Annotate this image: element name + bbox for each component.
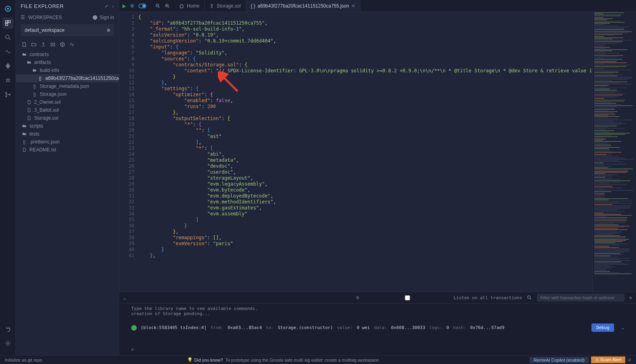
workspaces-row: ☰ WORKSPACES Sign in [16,12,119,23]
copilot-badge[interactable]: RemixAI Copilot (enabled) [529,357,588,363]
top-bar: ▶ ⚙ Home Storage.sol { } a69b43f277ba20f… [119,0,636,12]
compile-icon[interactable] [2,46,14,57]
svg-point-16 [7,343,9,345]
tree-item[interactable]: build-info [16,66,119,74]
link-icon[interactable] [69,42,75,47]
debug-button[interactable]: Debug [591,323,614,332]
terminal-collapse-icon[interactable]: ⌄ [123,295,126,300]
search-terminal-icon[interactable] [527,295,532,300]
tree-item[interactable]: Storage.sol [16,114,119,122]
toggle-icon[interactable] [138,4,146,8]
svg-line-6 [9,38,10,40]
deploy-icon[interactable] [2,60,14,72]
check-icon[interactable]: ✓ [105,3,109,9]
braces-icon: { } [251,3,255,9]
bulb-icon: 💡 [187,357,193,362]
cube-icon[interactable] [60,42,65,47]
github-icon [92,15,98,20]
tree-item[interactable]: contracts [16,50,119,58]
run-icon[interactable]: ▶ [122,3,126,9]
editor[interactable]: 1234567891011121314151617181920212223242… [119,12,636,292]
new-file-icon[interactable] [21,42,27,47]
folder-open-icon [32,68,37,73]
minimap[interactable] [592,12,636,292]
svg-point-14 [6,96,7,97]
svg-point-5 [6,35,9,39]
tree-item[interactable]: tests [16,130,119,138]
svg-point-7 [7,79,9,81]
transaction-row[interactable]: [block:5583405 txIndex:4] from: 0xa03...… [131,321,624,334]
tab-active-json[interactable]: { } a69b43f277ba20fcac141151250ca755.jso… [246,0,361,12]
file-tree: contractsartifactsbuild-info{}a69b43f277… [16,49,119,155]
settings-icon[interactable] [2,338,14,349]
hamburger-icon[interactable]: ☰ [21,15,25,20]
scam-close-icon[interactable]: ⊘ [628,357,631,362]
tab-storage[interactable]: Storage.sol [205,0,246,12]
file-icon [26,100,32,105]
svg-line-31 [530,298,531,300]
folder-icon [21,124,27,128]
terminal-body[interactable]: Type the library name to see available c… [119,304,636,344]
sidebar: FILE EXPLORER ✓ › ☰ WORKSPACES Sign in d… [16,0,119,355]
line-gutter: 1234567891011121314151617181920212223242… [119,12,138,292]
chevron-right-icon[interactable]: › [112,3,114,9]
braces-icon: {} [37,76,43,81]
tree-item[interactable]: {}Storage.json [16,90,119,98]
svg-point-13 [6,92,7,93]
logo-icon[interactable] [2,3,14,14]
tree-item[interactable]: {}.prettierrc.json [16,138,119,146]
upload-folder-icon[interactable] [50,42,56,47]
tip-text: To prototype using the Gnosis safe multi… [225,358,380,362]
icon-rail [0,0,16,355]
svg-line-29 [168,6,169,8]
terminal-prompt[interactable]: > [119,344,636,355]
debug-icon[interactable] [2,75,14,86]
tree-item[interactable]: {}a69b43f277ba20fcac141151250ca7... [16,74,119,82]
folder-icon [26,60,32,65]
zoom-out-icon[interactable] [155,3,161,9]
scam-badge[interactable]: ⚠ Scam Alert [591,356,625,363]
sidebar-header: FILE EXPLORER ✓ › [16,0,119,12]
filter-input[interactable] [537,294,624,302]
file-explorer-icon[interactable] [2,17,14,29]
expand-icon[interactable]: ⌄ [621,325,624,330]
svg-line-12 [9,81,10,82]
terminal-line: Type the library name to see available c… [131,306,624,311]
zoom-in-icon[interactable] [165,3,170,9]
file-icon [26,116,32,120]
search-icon[interactable] [2,32,14,43]
git-init[interactable]: Initialize as git repo [5,358,42,362]
success-icon [131,325,137,331]
braces-icon: {} [32,92,37,97]
file-icon [21,147,27,152]
terminal-line: creation of Storage pending... [131,311,624,316]
workspace-select[interactable]: default_workspace [21,24,114,36]
tree-item[interactable]: {}Storage_metadata.json [16,82,119,90]
git-icon[interactable] [2,89,14,100]
braces-icon: {} [32,84,37,89]
signin-link[interactable]: Sign in [92,15,114,20]
svg-line-25 [159,6,160,8]
tree-item[interactable]: artifacts [16,58,119,66]
tree-item[interactable]: 2_Owner.sol [16,98,119,106]
plugin-icon[interactable] [2,323,14,335]
new-folder-icon[interactable] [31,42,37,47]
clear-icon[interactable]: ⊘ [629,295,632,300]
tree-item[interactable]: 3_Ballot.sol [16,106,119,114]
footer: Initialize as git repo 💡 Did you know? T… [0,355,636,364]
tree-item[interactable]: scripts [16,122,119,130]
svg-point-22 [143,5,145,7]
svg-point-1 [7,8,9,10]
code-content[interactable]: { "id": "a69b43f277ba20fcac141151250ca75… [138,12,592,292]
svg-point-15 [9,94,10,95]
folder-icon [21,52,27,57]
upload-icon[interactable] [41,42,46,47]
close-icon[interactable]: ✕ [351,3,355,9]
tree-item[interactable]: README.txt [16,146,119,154]
tab-home[interactable]: Home [174,0,205,12]
terminal: ⌄ 0 Listen on all transactions ⊘ Type th… [119,292,636,355]
listen-checkbox[interactable]: Listen on all transactions [364,295,522,300]
file-toolbar [16,39,119,49]
folder-icon [21,132,27,136]
robot-icon[interactable]: ⚙ [130,3,134,9]
